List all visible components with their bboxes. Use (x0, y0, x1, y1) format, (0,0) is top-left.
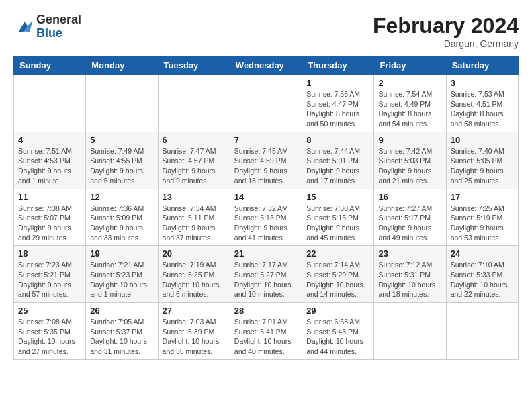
calendar-day-10: 10Sunrise: 7:40 AM Sunset: 5:05 PM Dayli… (446, 132, 518, 189)
calendar-week-row: 4Sunrise: 7:51 AM Sunset: 4:53 PM Daylig… (14, 132, 519, 189)
calendar-day-25: 25Sunrise: 7:08 AM Sunset: 5:35 PM Dayli… (14, 303, 86, 360)
day-info: Sunrise: 7:49 AM Sunset: 4:55 PM Dayligh… (90, 146, 153, 186)
day-number: 5 (90, 135, 153, 145)
day-number: 7 (234, 135, 298, 145)
calendar-empty-cell (374, 303, 446, 360)
day-info: Sunrise: 7:40 AM Sunset: 5:05 PM Dayligh… (451, 146, 514, 186)
calendar-day-1: 1Sunrise: 7:56 AM Sunset: 4:47 PM Daylig… (302, 75, 374, 132)
day-info: Sunrise: 7:25 AM Sunset: 5:19 PM Dayligh… (451, 203, 514, 243)
day-number: 12 (90, 192, 153, 202)
day-info: Sunrise: 7:56 AM Sunset: 4:47 PM Dayligh… (306, 89, 369, 129)
day-number: 16 (378, 192, 441, 202)
day-info: Sunrise: 6:58 AM Sunset: 5:43 PM Dayligh… (306, 317, 369, 357)
calendar-day-15: 15Sunrise: 7:30 AM Sunset: 5:15 PM Dayli… (302, 189, 374, 246)
day-number: 4 (18, 135, 81, 145)
day-info: Sunrise: 7:05 AM Sunset: 5:37 PM Dayligh… (90, 317, 153, 357)
title-section: February 2024 Dargun, Germany (373, 13, 519, 49)
day-info: Sunrise: 7:19 AM Sunset: 5:25 PM Dayligh… (163, 260, 226, 300)
day-number: 29 (306, 306, 369, 316)
calendar-day-2: 2Sunrise: 7:54 AM Sunset: 4:49 PM Daylig… (374, 75, 446, 132)
day-info: Sunrise: 7:08 AM Sunset: 5:35 PM Dayligh… (18, 317, 81, 357)
calendar-day-20: 20Sunrise: 7:19 AM Sunset: 5:25 PM Dayli… (158, 246, 230, 303)
calendar-day-8: 8Sunrise: 7:44 AM Sunset: 5:01 PM Daylig… (302, 132, 374, 189)
day-number: 22 (306, 248, 369, 259)
page-header: General Blue February 2024 Dargun, Germa… (13, 13, 519, 49)
calendar-day-12: 12Sunrise: 7:36 AM Sunset: 5:09 PM Dayli… (86, 189, 158, 246)
day-number: 6 (163, 135, 226, 145)
calendar-day-16: 16Sunrise: 7:27 AM Sunset: 5:17 PM Dayli… (374, 189, 446, 246)
day-info: Sunrise: 7:21 AM Sunset: 5:23 PM Dayligh… (90, 260, 153, 300)
day-info: Sunrise: 7:10 AM Sunset: 5:33 PM Dayligh… (451, 260, 514, 300)
day-info: Sunrise: 7:23 AM Sunset: 5:21 PM Dayligh… (18, 260, 81, 300)
calendar-header-row: SundayMondayTuesdayWednesdayThursdayFrid… (14, 56, 519, 75)
calendar-day-11: 11Sunrise: 7:38 AM Sunset: 5:07 PM Dayli… (14, 189, 86, 246)
day-info: Sunrise: 7:44 AM Sunset: 5:01 PM Dayligh… (306, 146, 369, 186)
day-number: 19 (90, 248, 153, 259)
day-info: Sunrise: 7:27 AM Sunset: 5:17 PM Dayligh… (378, 203, 441, 243)
calendar-day-24: 24Sunrise: 7:10 AM Sunset: 5:33 PM Dayli… (446, 246, 518, 303)
calendar-day-23: 23Sunrise: 7:12 AM Sunset: 5:31 PM Dayli… (374, 246, 446, 303)
day-number: 28 (234, 306, 298, 316)
weekday-header-saturday: Saturday (446, 56, 518, 75)
day-number: 8 (306, 135, 369, 145)
day-info: Sunrise: 7:38 AM Sunset: 5:07 PM Dayligh… (18, 203, 81, 243)
weekday-header-thursday: Thursday (302, 56, 374, 75)
day-info: Sunrise: 7:53 AM Sunset: 4:51 PM Dayligh… (451, 89, 514, 129)
day-number: 26 (90, 306, 153, 316)
calendar-day-7: 7Sunrise: 7:45 AM Sunset: 4:59 PM Daylig… (230, 132, 302, 189)
calendar-day-13: 13Sunrise: 7:34 AM Sunset: 5:11 PM Dayli… (158, 189, 230, 246)
logo-general: General (36, 13, 81, 27)
day-info: Sunrise: 7:14 AM Sunset: 5:29 PM Dayligh… (306, 260, 369, 300)
day-number: 25 (18, 306, 81, 316)
calendar-day-28: 28Sunrise: 7:01 AM Sunset: 5:41 PM Dayli… (230, 303, 302, 360)
day-info: Sunrise: 7:12 AM Sunset: 5:31 PM Dayligh… (378, 260, 441, 300)
weekday-header-monday: Monday (86, 56, 158, 75)
weekday-header-wednesday: Wednesday (230, 56, 302, 75)
day-number: 15 (306, 192, 369, 202)
calendar-empty-cell (230, 75, 302, 132)
calendar-week-row: 1Sunrise: 7:56 AM Sunset: 4:47 PM Daylig… (14, 75, 519, 132)
day-number: 21 (234, 248, 298, 259)
day-number: 18 (18, 248, 81, 259)
day-number: 24 (451, 248, 514, 259)
day-info: Sunrise: 7:03 AM Sunset: 5:39 PM Dayligh… (163, 317, 226, 357)
weekday-header-sunday: Sunday (14, 56, 86, 75)
day-info: Sunrise: 7:54 AM Sunset: 4:49 PM Dayligh… (378, 89, 441, 129)
calendar-empty-cell (86, 75, 158, 132)
calendar-day-27: 27Sunrise: 7:03 AM Sunset: 5:39 PM Dayli… (158, 303, 230, 360)
day-info: Sunrise: 7:45 AM Sunset: 4:59 PM Dayligh… (234, 146, 298, 186)
day-number: 13 (163, 192, 226, 202)
day-number: 17 (451, 192, 514, 202)
calendar-day-6: 6Sunrise: 7:47 AM Sunset: 4:57 PM Daylig… (158, 132, 230, 189)
day-number: 3 (451, 78, 514, 88)
calendar-week-row: 11Sunrise: 7:38 AM Sunset: 5:07 PM Dayli… (14, 189, 519, 246)
weekday-header-tuesday: Tuesday (158, 56, 230, 75)
calendar-empty-cell (446, 303, 518, 360)
calendar-day-4: 4Sunrise: 7:51 AM Sunset: 4:53 PM Daylig… (14, 132, 86, 189)
calendar-day-19: 19Sunrise: 7:21 AM Sunset: 5:23 PM Dayli… (86, 246, 158, 303)
calendar-day-3: 3Sunrise: 7:53 AM Sunset: 4:51 PM Daylig… (446, 75, 518, 132)
day-number: 27 (163, 306, 226, 316)
day-info: Sunrise: 7:47 AM Sunset: 4:57 PM Dayligh… (163, 146, 226, 186)
calendar-day-22: 22Sunrise: 7:14 AM Sunset: 5:29 PM Dayli… (302, 246, 374, 303)
day-info: Sunrise: 7:42 AM Sunset: 5:03 PM Dayligh… (378, 146, 441, 186)
day-number: 1 (306, 78, 369, 88)
logo: General Blue (13, 13, 81, 40)
weekday-header-friday: Friday (374, 56, 446, 75)
day-number: 14 (234, 192, 298, 202)
calendar-day-17: 17Sunrise: 7:25 AM Sunset: 5:19 PM Dayli… (446, 189, 518, 246)
calendar-day-5: 5Sunrise: 7:49 AM Sunset: 4:55 PM Daylig… (86, 132, 158, 189)
day-info: Sunrise: 7:36 AM Sunset: 5:09 PM Dayligh… (90, 203, 153, 243)
calendar-empty-cell (158, 75, 230, 132)
month-title: February 2024 (373, 13, 519, 38)
day-info: Sunrise: 7:30 AM Sunset: 5:15 PM Dayligh… (306, 203, 369, 243)
day-number: 20 (163, 248, 226, 259)
day-info: Sunrise: 7:17 AM Sunset: 5:27 PM Dayligh… (234, 260, 298, 300)
calendar-week-row: 18Sunrise: 7:23 AM Sunset: 5:21 PM Dayli… (14, 246, 519, 303)
day-info: Sunrise: 7:34 AM Sunset: 5:11 PM Dayligh… (163, 203, 226, 243)
calendar-day-9: 9Sunrise: 7:42 AM Sunset: 5:03 PM Daylig… (374, 132, 446, 189)
logo-blue: Blue (36, 27, 81, 40)
day-number: 23 (378, 248, 441, 259)
day-number: 10 (451, 135, 514, 145)
calendar-empty-cell (14, 75, 86, 132)
